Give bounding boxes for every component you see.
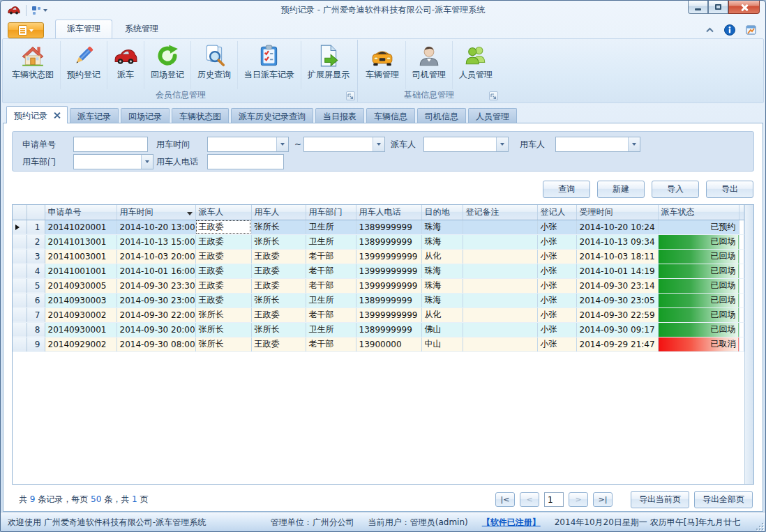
cell-phone[interactable]: 13999999999 [356, 264, 421, 278]
cell-accept-time[interactable]: 2014-10-20 10:24 [576, 220, 658, 234]
cell-accept-time[interactable]: 2014-10-01 14:19 [576, 264, 658, 278]
cell-destination[interactable]: 中山 [421, 337, 463, 351]
cell-registrar[interactable]: 小张 [537, 322, 576, 337]
cell-destination[interactable]: 珠海 [421, 293, 463, 307]
combo-dropdown-button[interactable] [373, 137, 384, 151]
cell-registrar[interactable]: 小张 [537, 249, 576, 264]
column-header-remark[interactable]: 登记备注 [463, 205, 537, 220]
doc-tab-staff-management[interactable]: 人员管理 [468, 108, 517, 123]
ribbon-button-vehicle-management[interactable]: 车辆管理 [359, 41, 405, 89]
export-all-pages-button[interactable]: 导出全部页 [694, 491, 753, 508]
doc-tab-dispatch-records[interactable]: 派车记录 [70, 108, 119, 123]
cell-phone[interactable]: 13999999999 [356, 307, 421, 322]
cell-accept-time[interactable]: 2014-09-30 22:59 [576, 307, 658, 322]
doc-tab-driver-info[interactable]: 司机信息 [417, 108, 466, 123]
cell-user[interactable]: 王政委 [251, 307, 306, 322]
cell-dispatcher[interactable]: 王政委 [195, 293, 251, 307]
cell-accept-time[interactable]: 2014-09-30 09:17 [576, 322, 658, 337]
doc-tab-reservation-records[interactable]: 预约记录 [6, 106, 68, 123]
doc-tab-vehicle-info[interactable]: 车辆信息 [366, 108, 415, 123]
vertical-scrollbar[interactable] [744, 205, 753, 484]
column-header-user[interactable]: 用车人 [251, 205, 306, 220]
ribbon-button-reservation[interactable]: 预约登记 [60, 41, 107, 89]
software-registered-link[interactable]: 【软件已注册】 [482, 517, 541, 529]
ribbon-button-return-registration[interactable]: 回场登记 [144, 41, 190, 89]
cell-phone[interactable]: 1389999999 [356, 293, 421, 307]
first-page-button[interactable]: |< [495, 492, 515, 507]
ribbon-button-staff-management[interactable]: 人员管理 [452, 41, 499, 89]
column-header-registrar[interactable]: 登记人 [537, 205, 576, 220]
cell-status[interactable]: 已预约 [658, 220, 739, 234]
cell-dispatcher[interactable]: 王政委 [195, 278, 251, 293]
cell-remark[interactable] [463, 293, 537, 307]
doc-tab-return-records[interactable]: 回场记录 [121, 108, 170, 123]
prev-page-button[interactable]: < [520, 492, 539, 507]
cell-dept[interactable]: 老干部 [306, 337, 356, 351]
cell-dept[interactable]: 卫生所 [306, 234, 356, 249]
export-button[interactable]: 导出 [706, 181, 753, 198]
column-header-use-time[interactable]: 用车时间 [117, 205, 195, 220]
ribbon-button-history-query[interactable]: 历史查询 [190, 41, 237, 89]
dept-combo[interactable] [73, 154, 153, 169]
column-header-phone[interactable]: 用车人电话 [356, 205, 421, 220]
application-menu-button[interactable] [8, 22, 44, 38]
last-page-button[interactable]: >| [593, 492, 613, 507]
cell-order-no[interactable]: 20141001001 [45, 264, 117, 278]
dialog-launcher-icon[interactable] [346, 91, 355, 100]
dispatcher-combo[interactable] [423, 137, 509, 152]
next-page-button[interactable]: > [569, 492, 588, 507]
cell-registrar[interactable]: 小张 [537, 337, 576, 351]
cell-user[interactable]: 张所长 [251, 322, 306, 337]
cell-dispatcher[interactable]: 王政委 [195, 234, 251, 249]
cell-registrar[interactable]: 小张 [537, 293, 576, 307]
cell-user[interactable]: 王政委 [251, 278, 306, 293]
page-number-input[interactable] [544, 492, 564, 507]
cell-remark[interactable] [463, 220, 537, 234]
cell-destination[interactable]: 从化 [421, 307, 463, 322]
cell-use-time[interactable]: 2014-09-30 23:30 [117, 278, 195, 293]
cell-accept-time[interactable]: 2014-09-30 23:14 [576, 278, 658, 293]
cell-dept[interactable]: 老干部 [306, 264, 356, 278]
import-button[interactable]: 导入 [652, 181, 699, 198]
combo-dropdown-button[interactable] [496, 137, 508, 151]
doc-tab-daily-report[interactable]: 当日报表 [315, 108, 364, 123]
column-header-dept[interactable]: 用车部门 [306, 205, 356, 220]
cell-use-time[interactable]: 2014-09-30 08:00 [117, 337, 195, 351]
cell-dept[interactable]: 老干部 [306, 249, 356, 264]
query-button[interactable]: 查询 [543, 181, 590, 198]
cell-remark[interactable] [463, 264, 537, 278]
cell-use-time[interactable]: 2014-10-01 16:00 [117, 264, 195, 278]
cell-status[interactable]: 已回场 [658, 264, 739, 278]
close-button[interactable] [728, 1, 760, 14]
cell-use-time[interactable]: 2014-09-30 23:00 [117, 293, 195, 307]
cell-use-time[interactable]: 2014-09-30 20:00 [117, 322, 195, 337]
cell-remark[interactable] [463, 249, 537, 264]
cell-dept[interactable]: 卫生所 [306, 322, 356, 337]
cell-use-time[interactable]: 2014-10-20 13:00 [117, 220, 195, 234]
cell-dispatcher[interactable]: 张所长 [195, 322, 251, 337]
cell-phone[interactable]: 1389999999 [356, 234, 421, 249]
cell-dispatcher[interactable]: 王政委 [195, 264, 251, 278]
cell-phone[interactable]: 1389999999 [356, 322, 421, 337]
cell-registrar[interactable]: 小张 [537, 220, 576, 234]
cell-user[interactable]: 王政委 [251, 264, 306, 278]
cell-dept[interactable]: 老干部 [306, 278, 356, 293]
minimize-button[interactable] [688, 1, 708, 14]
cell-remark[interactable] [463, 234, 537, 249]
cell-remark[interactable] [463, 307, 537, 322]
user-combo[interactable] [555, 137, 640, 152]
cell-order-no[interactable]: 20140929002 [45, 337, 117, 351]
cell-order-no[interactable]: 20140930003 [45, 293, 117, 307]
cell-status[interactable]: 已回场 [658, 322, 739, 337]
new-button[interactable]: 新建 [597, 181, 645, 198]
cell-accept-time[interactable]: 2014-10-03 18:11 [576, 249, 658, 264]
cell-user[interactable]: 王政委 [251, 337, 306, 351]
cell-dispatcher[interactable]: 张所长 [195, 337, 251, 351]
tab-close-icon[interactable] [54, 112, 60, 119]
cell-destination[interactable]: 珠海 [421, 278, 463, 293]
cell-order-no[interactable]: 20140930002 [45, 307, 117, 322]
collapse-ribbon-icon[interactable] [705, 27, 714, 33]
combo-dropdown-button[interactable] [628, 137, 640, 151]
ribbon-button-driver-management[interactable]: 司机管理 [405, 41, 452, 89]
cell-registrar[interactable]: 小张 [537, 264, 576, 278]
